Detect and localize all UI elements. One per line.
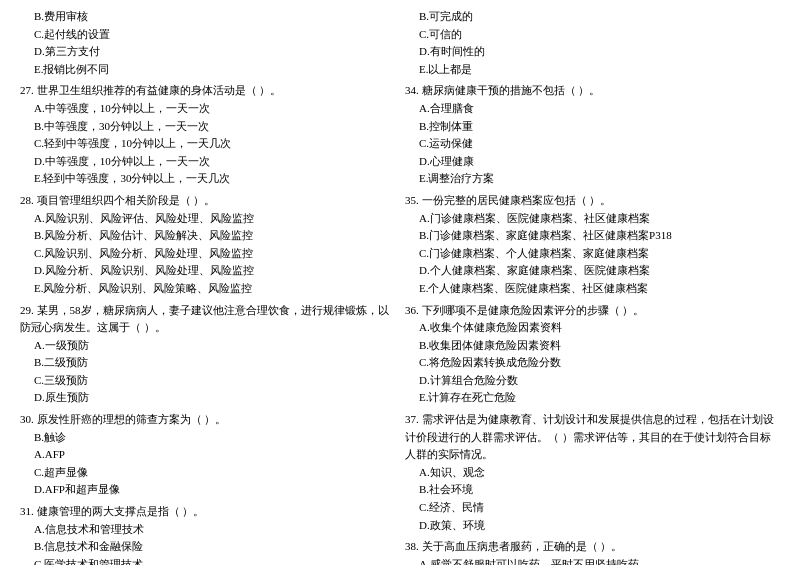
right-intro-options: B.可完成的 C.可信的 D.有时间性的 E.以上都是 [405,8,780,78]
q28-text: 28. 项目管理组织四个相关阶段是（ ）。 [20,192,395,210]
q35-text: 35. 一份完整的居民健康档案应包括（ ）。 [405,192,780,210]
question-30: 30. 原发性肝癌的理想的筛查方案为（ ）。 B.触诊 A.AFP C.超声显像… [20,411,395,499]
q36-opt-e: E.计算存在死亡危险 [405,389,780,407]
q30-opt-c: C.超声显像 [20,464,395,482]
q35-opt-a: A.门诊健康档案、医院健康档案、社区健康档案 [405,210,780,228]
q31-opt-c: C.医学技术和管理技术 [20,556,395,565]
q37-opt-c: C.经济、民情 [405,499,780,517]
q35-opt-e: E.个人健康档案、医院健康档案、社区健康档案 [405,280,780,298]
question-27: 27. 世界卫生组织推荐的有益健康的身体活动是（ ）。 A.中等强度，10分钟以… [20,82,395,188]
q37-opt-d: D.政策、环境 [405,517,780,535]
q30-opt-a: A.AFP [20,446,395,464]
question-37: 37. 需求评估是为健康教育、计划设计和发展提供信息的过程，包括在计划设计价段进… [405,411,780,534]
question-28: 28. 项目管理组织四个相关阶段是（ ）。 A.风险识别、风险评估、风险处理、风… [20,192,395,298]
q29-opt-b: B.二级预防 [20,354,395,372]
q27-opt-e: E.轻到中等强度，30分钟以上，一天几次 [20,170,395,188]
question-35: 35. 一份完整的居民健康档案应包括（ ）。 A.门诊健康档案、医院健康档案、社… [405,192,780,298]
left-column: B.费用审核 C.起付线的设置 D.第三方支付 E.报销比例不同 27. 世界卫… [20,8,395,565]
q34-opt-b: B.控制体重 [405,118,780,136]
question-29: 29. 某男，58岁，糖尿病病人，妻子建议他注意合理饮食，进行规律锻炼，以防冠心… [20,302,395,408]
option-e-yishang: E.以上都是 [405,61,780,79]
q31-opt-b: B.信息技术和金融保险 [20,538,395,556]
q29-opt-c: C.三级预防 [20,372,395,390]
option-b-feiyong: B.费用审核 [20,8,395,26]
q34-opt-c: C.运动保健 [405,135,780,153]
page-content: B.费用审核 C.起付线的设置 D.第三方支付 E.报销比例不同 27. 世界卫… [20,8,780,565]
q28-opt-e: E.风险分析、风险识别、风险策略、风险监控 [20,280,395,298]
q35-opt-c: C.门诊健康档案、个人健康档案、家庭健康档案 [405,245,780,263]
q29-opt-d: D.原生预防 [20,389,395,407]
q37-opt-a: A.知识、观念 [405,464,780,482]
q34-opt-d: D.心理健康 [405,153,780,171]
q30-opt-d: D.AFP和超声显像 [20,481,395,499]
q27-opt-b: B.中等强度，30分钟以上，一天一次 [20,118,395,136]
q36-text: 36. 下列哪项不是健康危险因素评分的步骤（ ）。 [405,302,780,320]
q36-opt-a: A.收集个体健康危险因素资料 [405,319,780,337]
q30-opt-b: B.触诊 [20,429,395,447]
q29-text: 29. 某男，58岁，糖尿病病人，妻子建议他注意合理饮食，进行规律锻炼，以防冠心… [20,302,395,337]
q34-opt-a: A.合理膳食 [405,100,780,118]
q34-text: 34. 糖尿病健康干预的措施不包括（ ）。 [405,82,780,100]
question-34: 34. 糖尿病健康干预的措施不包括（ ）。 A.合理膳食 B.控制体重 C.运动… [405,82,780,188]
q36-opt-b: B.收集团体健康危险因素资料 [405,337,780,355]
q38-text: 38. 关于高血压病患者服药，正确的是（ ）。 [405,538,780,556]
option-c-kexin: C.可信的 [405,26,780,44]
question-38: 38. 关于高血压病患者服药，正确的是（ ）。 A.感觉不舒服时可以吃药，平时不… [405,538,780,565]
q30-text: 30. 原发性肝癌的理想的筛查方案为（ ）。 [20,411,395,429]
option-e-baoxiao: E.报销比例不同 [20,61,395,79]
q27-opt-c: C.轻到中等强度，10分钟以上，一天几次 [20,135,395,153]
q35-opt-b: B.门诊健康档案、家庭健康档案、社区健康档案P318 [405,227,780,245]
q38-opt-a: A.感觉不舒服时可以吃药，平时不用坚持吃药 [405,556,780,565]
q28-opt-a: A.风险识别、风险评估、风险处理、风险监控 [20,210,395,228]
q34-opt-e: E.调整治疗方案 [405,170,780,188]
left-intro-options: B.费用审核 C.起付线的设置 D.第三方支付 E.报销比例不同 [20,8,395,78]
q27-opt-a: A.中等强度，10分钟以上，一天一次 [20,100,395,118]
option-d-youshi: D.有时间性的 [405,43,780,61]
q29-opt-a: A.一级预防 [20,337,395,355]
q27-text: 27. 世界卫生组织推荐的有益健康的身体活动是（ ）。 [20,82,395,100]
option-d-sanfang: D.第三方支付 [20,43,395,61]
right-column: B.可完成的 C.可信的 D.有时间性的 E.以上都是 34. 糖尿病健康干预的… [405,8,780,565]
q28-opt-c: C.风险识别、风险分析、风险处理、风险监控 [20,245,395,263]
question-36: 36. 下列哪项不是健康危险因素评分的步骤（ ）。 A.收集个体健康危险因素资料… [405,302,780,408]
q37-opt-b: B.社会环境 [405,481,780,499]
q31-opt-a: A.信息技术和管理技术 [20,521,395,539]
q36-opt-c: C.将危险因素转换成危险分数 [405,354,780,372]
question-31: 31. 健康管理的两大支撑点是指（ ）。 A.信息技术和管理技术 B.信息技术和… [20,503,395,565]
option-b-ke: B.可完成的 [405,8,780,26]
q28-opt-b: B.风险分析、风险估计、风险解决、风险监控 [20,227,395,245]
q28-opt-d: D.风险分析、风险识别、风险处理、风险监控 [20,262,395,280]
q31-text: 31. 健康管理的两大支撑点是指（ ）。 [20,503,395,521]
q35-opt-d: D.个人健康档案、家庭健康档案、医院健康档案 [405,262,780,280]
option-c-qifu: C.起付线的设置 [20,26,395,44]
two-column-layout: B.费用审核 C.起付线的设置 D.第三方支付 E.报销比例不同 27. 世界卫… [20,8,780,565]
q36-opt-d: D.计算组合危险分数 [405,372,780,390]
q27-opt-d: D.中等强度，10分钟以上，一天一次 [20,153,395,171]
q37-text: 37. 需求评估是为健康教育、计划设计和发展提供信息的过程，包括在计划设计价段进… [405,411,780,464]
